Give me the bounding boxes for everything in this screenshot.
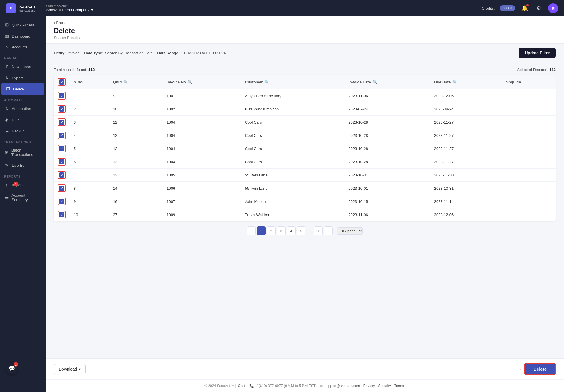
sidebar-item-live-edit[interactable]: ✎ Live Edit [0,160,46,171]
email-icon: ✉ [320,384,323,388]
chat-bubble[interactable]: 💬 1 [6,363,18,374]
cell-sno: 8 [70,182,109,195]
cell-invoice-date: 2023-07-24 [344,102,430,116]
cell-sno: 3 [70,116,109,129]
accounts-icon: ○ [4,45,9,50]
cell-invoice-no: 1004 [162,142,241,155]
col-invoice-no: Invoice No🔍 [162,75,241,89]
credits-label: Credits: [482,6,495,11]
prev-page-button[interactable]: ‹ [247,226,256,235]
cell-invoice-no: 1007 [162,195,241,208]
invoice-date-search-icon[interactable]: 🔍 [373,80,377,84]
sidebar-item-quick-access[interactable]: ⊞ Quick Access [0,19,46,31]
page-button-1[interactable]: 1 [257,226,266,235]
row-checkbox[interactable]: ✓ [59,159,64,164]
cell-qbid: 12 [109,142,163,155]
update-filter-button[interactable]: Update Filter [519,48,556,58]
qbid-search-icon[interactable]: 🔍 [123,80,128,84]
back-link[interactable]: ‹ Back [54,21,556,25]
table-row: ✓9161007John Melton2023-10-152023-11-14 [54,195,556,208]
row-checkbox[interactable]: ✓ [59,106,64,112]
sidebar-item-dashboard[interactable]: ▦ Dashboard [0,31,46,42]
cell-customer: Bill's Windsurf Shop [241,102,345,116]
cell-invoice-date: 2023-10-28 [344,155,430,169]
pagination: ‹ 1 2 3 4 5 ··· 12 › 10 / page 25 / page… [54,226,556,235]
email-link[interactable]: support@saasant.com [325,384,360,388]
download-button[interactable]: Download ▾ [54,364,86,374]
cell-invoice-no: 1004 [162,129,241,142]
selected-records-count: 112 [549,68,556,72]
sidebar-item-new-import[interactable]: ⇑ New Import [0,61,46,72]
page-button-12[interactable]: 12 [314,226,323,235]
cell-due-date: 2023-08-24 [430,102,502,116]
select-all-checkbox[interactable]: ✓ [59,79,64,85]
sidebar-item-rule[interactable]: ◈ Rule [0,114,46,125]
row-checkbox[interactable]: ✓ [59,212,64,217]
next-page-button[interactable]: › [324,226,333,235]
due-date-search-icon[interactable]: 🔍 [452,80,457,84]
page-button-2[interactable]: 2 [267,226,276,235]
top-bar-right: Credits: 50000 🔔 ⚙ R [482,3,558,13]
page-button-3[interactable]: 3 [277,226,286,235]
delete-action-group: → Delete [516,363,556,375]
cell-ship-via [502,169,556,182]
row-checkbox-cell: ✓ [54,129,70,142]
notification-bell[interactable]: 🔔 [520,4,529,13]
batch-icon: ⊞ [4,150,9,155]
row-checkbox[interactable]: ✓ [59,199,64,204]
date-type-filter-label: Date Type: [84,51,103,55]
cell-sno: 4 [70,129,109,142]
terms-link[interactable]: Terms [394,384,404,388]
date-range-filter-value: 01-02-2023 to 01-03-2024 [181,51,226,55]
top-bar-left: tr saasant transactions Current Account … [6,3,93,13]
cell-customer: Cool Cars [241,129,345,142]
sidebar-item-delete[interactable]: ☐ Delete [1,83,44,95]
chat-link[interactable]: Chat [238,384,245,388]
customer-search-icon[interactable]: 🔍 [264,80,269,84]
sidebar-item-automation[interactable]: ↻ Automation [0,103,46,114]
cell-qbid: 12 [109,129,163,142]
sidebar-item-imports[interactable]: ↑ Imports 1 [0,179,46,190]
app-name: saasant [19,4,37,9]
table-header-row: ✓ S.No QbId🔍 Invoice No🔍 Customer🔍 Invoi… [54,75,556,89]
avatar[interactable]: R [548,3,558,13]
grid-icon: ⊞ [4,22,9,28]
per-page-select[interactable]: 10 / page 25 / page 50 / page [337,227,363,235]
app-name-block: saasant transactions [19,4,37,12]
col-due-date: Due Date🔍 [430,75,502,89]
page-button-4[interactable]: 4 [287,226,296,235]
cell-ship-via [502,142,556,155]
invoice-no-search-icon[interactable]: 🔍 [188,80,192,84]
row-checkbox[interactable]: ✓ [59,133,64,138]
security-link[interactable]: Security [378,384,391,388]
row-checkbox[interactable]: ✓ [59,186,64,191]
settings-icon[interactable]: ⚙ [534,4,543,13]
cell-customer: 55 Twin Lane [241,169,345,182]
row-checkbox[interactable]: ✓ [59,172,64,178]
credits-badge[interactable]: 50000 [500,5,515,11]
sidebar-item-accounts[interactable]: ○ Accounts [0,42,46,53]
entity-filter-value: Invoice [67,51,79,55]
cell-customer: Travis Waldron [241,208,345,221]
cell-due-date: 2023-12-06 [430,208,502,221]
sidebar-item-batch-transactions[interactable]: ⊞ Batch Transactions [0,145,46,160]
row-checkbox[interactable]: ✓ [59,120,64,125]
row-checkbox[interactable]: ✓ [59,146,64,151]
sidebar-item-backup[interactable]: ☁ Backup [0,125,46,137]
privacy-link[interactable]: Privacy [363,384,375,388]
account-summary-icon: ☰ [4,195,9,200]
table-row: ✓5121004Cool Cars2023-10-282023-11-27 [54,142,556,155]
logo-text: tr [10,6,12,10]
sidebar-item-account-summary[interactable]: ☰ Account Summary [0,190,46,205]
account-name[interactable]: SaasAnt Demo Company ▾ [46,8,93,12]
sidebar-item-export[interactable]: ⇓ Export [0,72,46,83]
transactions-section: TRANSACTIONS [0,137,46,145]
page-button-5[interactable]: 5 [297,226,306,235]
select-all-checkbox-col[interactable]: ✓ [54,75,70,89]
cell-ship-via [502,182,556,195]
row-checkbox-cell: ✓ [54,182,70,195]
cell-due-date: 2023-11-27 [430,129,502,142]
table-row: ✓4121004Cool Cars2023-10-282023-11-27 [54,129,556,142]
row-checkbox[interactable]: ✓ [59,93,64,98]
delete-button[interactable]: Delete [524,363,556,375]
